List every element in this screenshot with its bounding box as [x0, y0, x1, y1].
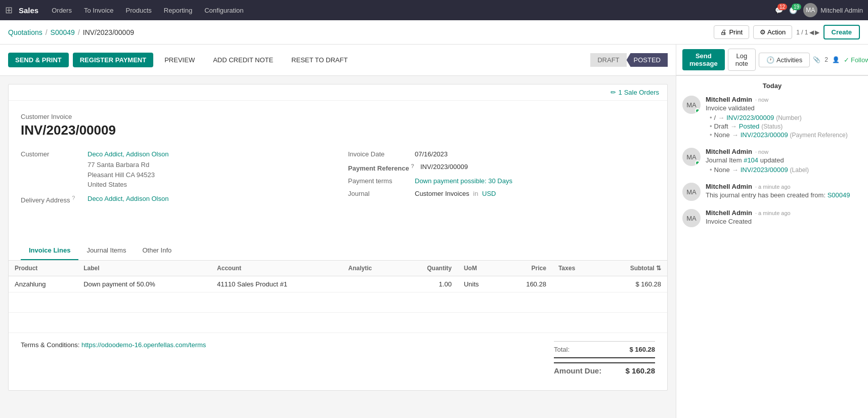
- action-button[interactable]: ⚙ Action: [753, 25, 792, 39]
- message-3: MA Mitchell Admin · a minute ago This jo…: [682, 183, 862, 201]
- online-indicator-2: [695, 160, 700, 165]
- msg-time-4: · a minute ago: [755, 210, 791, 216]
- tab-invoice-lines[interactable]: Invoice Lines: [21, 241, 78, 260]
- terms-link[interactable]: https://odoodemo-16.openfellas.com/terms: [81, 341, 206, 349]
- msg-author-2: Mitchell Admin: [706, 148, 752, 155]
- col-header-quantity: Quantity: [399, 261, 458, 276]
- messages-button[interactable]: 💬 12: [775, 7, 783, 14]
- nav-to-invoice[interactable]: To Invoice: [79, 0, 119, 20]
- amount-due-value: $ 160.28: [626, 366, 655, 375]
- breadcrumb: Quotations / S00049 / INV/2023/00009: [8, 28, 134, 36]
- send-message-button[interactable]: Send message: [682, 49, 725, 70]
- journal-currency-link[interactable]: USD: [482, 190, 496, 197]
- nav-products[interactable]: Products: [120, 0, 156, 20]
- row-taxes: [552, 276, 598, 292]
- row-quantity: 1.00: [399, 276, 458, 292]
- amount-due-row: Amount Due: $ 160.28: [554, 362, 655, 375]
- msg-link-1a[interactable]: INV/2023/00009: [726, 114, 774, 121]
- user-menu[interactable]: MA Mitchell Admin: [803, 3, 863, 17]
- following-button[interactable]: ✓ Following: [844, 56, 868, 64]
- prev-button[interactable]: ◀: [809, 29, 814, 36]
- nav-orders[interactable]: Orders: [47, 0, 77, 20]
- chatter-panel: Today MA Mitchell Admin · now Invoice va…: [676, 76, 868, 418]
- msg-link-1c[interactable]: INV/2023/00009: [741, 131, 788, 139]
- chatter-header: Send message Log note 🕐 Activities 📎 2 👤…: [676, 45, 868, 75]
- msg-list-item-1b: Draft → Posted (Status): [710, 122, 862, 130]
- app-name[interactable]: Sales: [19, 6, 38, 15]
- row-product: Anzahlung: [9, 276, 77, 292]
- total-row: Total: $ 160.28: [554, 346, 655, 353]
- payment-ref-value: INV/2023/00009: [420, 163, 468, 171]
- customer-link[interactable]: Deco Addict, Addison Olson: [88, 150, 168, 158]
- followers-icon[interactable]: 👤: [832, 56, 840, 63]
- next-button[interactable]: ▶: [815, 29, 819, 36]
- online-indicator-1: [695, 108, 700, 113]
- payment-terms-link[interactable]: Down payment possible: 30 Days: [415, 177, 512, 185]
- sort-icon[interactable]: ⇅: [656, 265, 661, 272]
- paperclip-icon[interactable]: 📎: [813, 56, 820, 63]
- payment-ref-row: Payment Reference ? INV/2023/00009: [348, 163, 655, 172]
- breadcrumb-current: INV/2023/00009: [83, 28, 134, 36]
- msg-link-2a[interactable]: INV/2023/00009: [741, 166, 788, 174]
- status-posted: POSTED: [627, 53, 668, 67]
- msg-list-item-2a: None → INV/2023/00009 (Label): [710, 166, 862, 174]
- table-header-row: Product Label Account Analytic Quantity …: [9, 261, 667, 276]
- msg-link-1b[interactable]: Posted: [739, 122, 759, 130]
- user-name: Mitchell Admin: [820, 7, 863, 14]
- row-subtotal: $ 160.28: [598, 276, 667, 292]
- customer-field-row: Customer Deco Addict, Addison Olson: [21, 150, 328, 158]
- breadcrumb-s00049[interactable]: S00049: [51, 28, 75, 36]
- tab-journal-items[interactable]: Journal Items: [78, 241, 134, 260]
- gear-icon: ⚙: [760, 28, 766, 36]
- breadcrumb-quotations[interactable]: Quotations: [8, 28, 42, 36]
- msg-time-2: · now: [755, 149, 768, 155]
- msg-content-2: Mitchell Admin · now Journal Item #104 u…: [706, 148, 862, 175]
- msg-content-3: Mitchell Admin · a minute ago This journ…: [706, 183, 862, 201]
- address-line2: Pleasant Hill CA 94523: [88, 170, 328, 180]
- invoice-panel: ✏ 1 Sale Orders Customer Invoice INV/202…: [0, 76, 676, 418]
- source-link[interactable]: S00049: [828, 191, 850, 199]
- print-button[interactable]: 🖨 Print: [714, 25, 749, 39]
- chatter-messages: Today MA Mitchell Admin · now Invoice va…: [676, 76, 868, 418]
- create-button[interactable]: Create: [823, 25, 860, 39]
- activities-button[interactable]: 🕐 19: [789, 7, 797, 14]
- attachment-count: 2: [824, 56, 828, 63]
- invoice-date-row: Invoice Date 07/16/2023: [348, 150, 655, 158]
- clock-small-icon: 🕐: [766, 56, 774, 64]
- total-label: Total:: [554, 346, 570, 353]
- app-grid-icon[interactable]: ⊞: [5, 5, 13, 16]
- row-account: 41110 Sales Product #1: [211, 276, 342, 292]
- msg-author-1: Mitchell Admin: [706, 96, 752, 103]
- invoice-left: Customer Deco Addict, Addison Olson 77 S…: [21, 150, 328, 209]
- send-print-button[interactable]: SEND & PRINT: [8, 53, 69, 67]
- payment-terms-label: Payment terms: [348, 177, 409, 185]
- row-analytic: [342, 276, 399, 292]
- sale-orders-link[interactable]: ✏ 1 Sale Orders: [611, 89, 659, 96]
- msg-avatar-4: MA: [682, 209, 701, 227]
- log-note-button[interactable]: Log note: [728, 49, 756, 71]
- journal-value: Customer Invoices in USD: [415, 190, 496, 197]
- nav-reporting[interactable]: Reporting: [159, 0, 197, 20]
- register-payment-button[interactable]: REGISTER PAYMENT: [73, 53, 153, 67]
- col-header-taxes: Taxes: [552, 261, 598, 276]
- main-layout: ✏ 1 Sale Orders Customer Invoice INV/202…: [0, 76, 868, 418]
- msg-text-1: Invoice validated: [706, 104, 862, 112]
- preview-button[interactable]: PREVIEW: [157, 53, 202, 67]
- table-row: Anzahlung Down payment of 50.0% 41110 Sa…: [9, 276, 667, 292]
- total-value: $ 160.28: [629, 346, 655, 353]
- payment-terms-row: Payment terms Down payment possible: 30 …: [348, 177, 655, 185]
- add-credit-note-button[interactable]: ADD CREDIT NOTE: [206, 53, 280, 67]
- delivery-link[interactable]: Deco Addict, Addison Olson: [88, 195, 168, 202]
- nav-configuration[interactable]: Configuration: [199, 0, 248, 20]
- reset-to-draft-button[interactable]: RESET TO DRAFT: [284, 53, 355, 67]
- message-count: 12: [777, 4, 787, 10]
- msg-header-3: Mitchell Admin · a minute ago: [706, 183, 862, 190]
- journal-item-link[interactable]: #104: [744, 156, 758, 164]
- journal-row: Journal Customer Invoices in USD: [348, 190, 655, 197]
- today-label: Today: [682, 82, 862, 90]
- row-uom: Units: [458, 276, 501, 292]
- customer-label: Customer: [21, 150, 81, 158]
- activities-chatter-button[interactable]: 🕐 Activities: [759, 53, 810, 67]
- tab-other-info[interactable]: Other Info: [134, 241, 180, 260]
- check-icon: ✓: [844, 56, 849, 64]
